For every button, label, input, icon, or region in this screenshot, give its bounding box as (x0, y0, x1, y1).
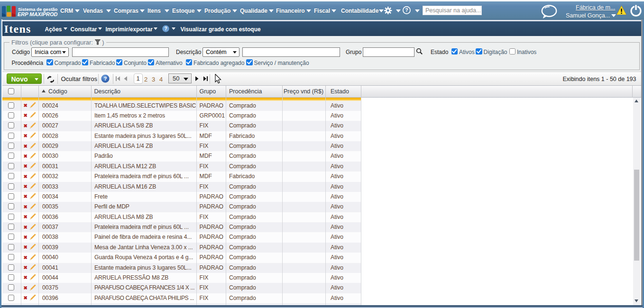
svg-text:?: ? (164, 26, 167, 31)
svg-text:?: ? (405, 7, 408, 13)
svg-text:?: ? (103, 76, 107, 82)
